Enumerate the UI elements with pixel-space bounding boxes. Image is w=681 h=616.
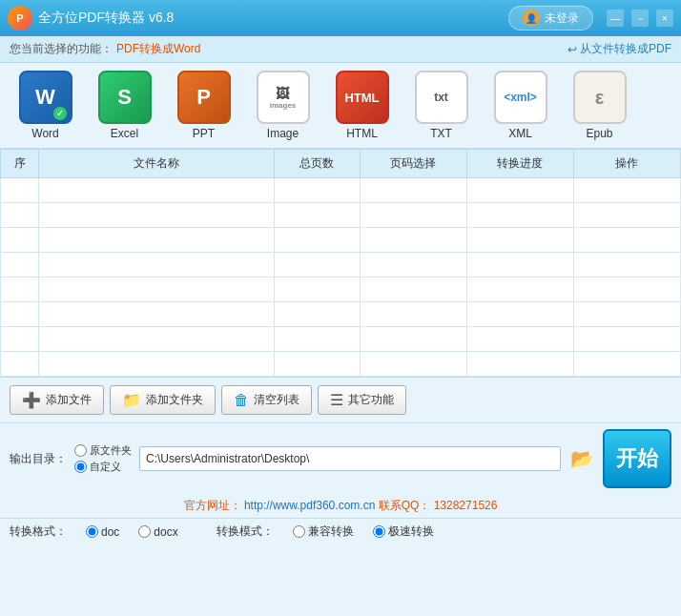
other-function-button[interactable]: ☰ 其它功能 [318,385,406,415]
excel-icon: S [98,71,152,124]
col-filename: 文件名称 [39,150,275,178]
image-icon-inner: 🖼 images [270,86,297,110]
format-image-button[interactable]: 🖼 images Image [247,71,319,140]
other-function-label: 其它功能 [348,392,394,408]
sub-header: 您当前选择的功能： PDF转换成Word ↩ 从文件转换成PDF [0,36,681,63]
format-word-button[interactable]: W ✓ Word [10,71,81,140]
format-txt-button[interactable]: txt TXT [405,71,477,140]
start-convert-button[interactable]: 开始 [603,429,671,488]
start-btn-label: 开始 [616,444,658,473]
empty-row-8 [1,352,681,377]
output-radio-group: 原文件夹 自定义 [74,443,132,474]
radio-custom-label: 自定义 [90,460,121,474]
add-folder-button[interactable]: 📁 添加文件夹 [110,385,216,415]
txt-icon: txt [415,71,468,124]
close-button[interactable]: × [656,10,673,27]
empty-row-7 [1,327,681,352]
file-table: 序 文件名称 总页数 页码选择 转换进度 操作 [0,149,681,377]
format-excel-button[interactable]: S Excel [89,71,160,140]
word-icon: W ✓ [19,71,72,124]
radio-compatible-input[interactable] [293,525,305,538]
image-icon-picture: 🖼 [276,86,289,101]
add-file-button[interactable]: ➕ 添加文件 [10,385,104,415]
col-page-select: 页码选择 [360,150,466,178]
col-index: 序 [1,150,39,178]
format-docx-label: docx [154,525,177,539]
txt-label: TXT [430,127,452,140]
website-url-link[interactable]: http://www.pdf360.com.cn [244,499,375,512]
radio-original-label: 原文件夹 [90,443,132,458]
add-folder-icon: 📁 [122,391,141,409]
website-info-bar: 官方网址： http://www.pdf360.com.cn 联系QQ： 132… [0,494,681,518]
add-file-label: 添加文件 [46,392,92,408]
mode-label: 转换模式： [217,524,274,540]
other-function-icon: ☰ [330,391,343,409]
qq-number: 1328271526 [434,499,498,512]
word-label: Word [31,127,58,140]
empty-row-2 [1,203,681,228]
empty-row-6 [1,302,681,327]
excel-label: Excel [111,127,138,140]
col-action: 操作 [573,150,680,178]
reverse-btn-label: 从文件转换成PDF [580,41,671,57]
reverse-convert-button[interactable]: ↩ 从文件转换成PDF [568,41,671,57]
clear-list-icon: 🗑 [234,392,249,409]
output-dir-area: 输出目录： 原文件夹 自定义 📂 开始 [0,422,681,494]
browse-folder-button[interactable]: 📂 [568,445,595,472]
add-file-icon: ➕ [22,391,41,409]
empty-row-4 [1,253,681,277]
html-icon: HTML [336,71,389,124]
format-doc-option[interactable]: doc [86,525,119,539]
radio-doc-input[interactable] [86,525,98,538]
app-logo: P [8,6,32,31]
minimize-button[interactable]: — [607,10,624,27]
format-xml-button[interactable]: <xml> XML [485,71,556,140]
format-html-button[interactable]: HTML HTML [326,71,398,140]
function-label: 您当前选择的功能： [10,41,113,57]
col-pages: 总页数 [274,150,360,178]
user-login-button[interactable]: 👤 未登录 [508,6,593,31]
format-options-label: 转换格式： [10,524,67,540]
radio-original-folder[interactable]: 原文件夹 [74,443,132,458]
ppt-icon: P [177,71,231,124]
clear-list-label: 清空列表 [254,392,299,408]
radio-docx-input[interactable] [138,525,151,538]
format-icons-toolbar: W ✓ Word S Excel P PPT 🖼 images Image HT… [0,63,681,149]
mode-compatible-option[interactable]: 兼容转换 [293,524,354,540]
window-controls: — － × [607,10,673,27]
qq-label: 联系QQ： [379,499,431,512]
col-progress: 转换进度 [466,150,573,178]
image-label: Image [267,127,299,140]
xml-label: XML [508,127,532,140]
output-path-input[interactable] [139,446,561,471]
radio-custom-folder[interactable]: 自定义 [74,460,132,474]
empty-row-3 [1,228,681,253]
format-docx-option[interactable]: docx [138,525,177,539]
radio-custom-input[interactable] [74,461,87,473]
format-epub-button[interactable]: ε Epub [564,71,635,140]
image-icon: 🖼 images [257,71,310,124]
format-ppt-button[interactable]: P PPT [168,71,239,140]
format-options-bar: 转换格式： doc docx 转换模式： 兼容转换 极速转换 [0,518,681,544]
folder-browse-icon: 📂 [570,447,594,470]
title-bar: P 全方位PDF转换器 v6.8 👤 未登录 — － × [0,0,681,36]
restore-button[interactable]: － [631,10,649,27]
clear-list-button[interactable]: 🗑 清空列表 [221,385,312,415]
radio-original-input[interactable] [74,444,87,457]
file-list-area: 序 文件名称 总页数 页码选择 转换进度 操作 [0,149,681,377]
format-doc-label: doc [101,525,119,539]
xml-icon: <xml> [494,71,547,124]
empty-row-1 [1,178,681,203]
word-selected-checkmark: ✓ [53,107,67,120]
current-function-value: PDF转换成Word [116,41,200,57]
mode-fast-option[interactable]: 极速转换 [373,524,434,540]
ppt-label: PPT [193,127,215,140]
app-title: 全方位PDF转换器 v6.8 [38,10,508,27]
add-folder-label: 添加文件夹 [146,392,203,408]
epub-label: Epub [586,127,612,140]
radio-fast-input[interactable] [373,525,385,538]
user-status-label: 未登录 [545,10,579,27]
empty-row-5 [1,277,681,302]
image-icon-sublabel: images [270,101,297,110]
mode-compatible-label: 兼容转换 [308,524,354,540]
